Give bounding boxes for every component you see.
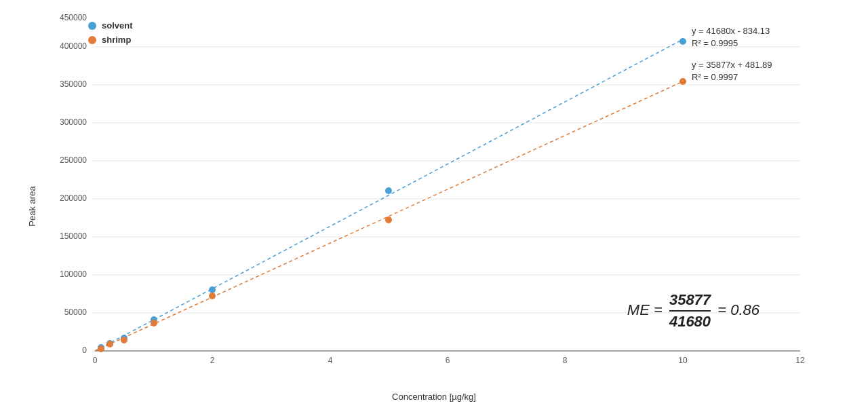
- shrimp-point-4: [151, 320, 157, 326]
- shrimp-dot: [88, 36, 96, 44]
- x-tick-8: 8: [563, 356, 568, 365]
- chart-container: Peak area Concentration [µg/kg] solvent …: [0, 0, 868, 412]
- x-tick-12: 12: [795, 356, 805, 365]
- shrimp-point-5: [209, 293, 216, 299]
- x-tick-6: 6: [446, 356, 450, 365]
- y-tick-150k: 150000: [60, 231, 87, 241]
- me-numerator: 35877: [669, 291, 711, 312]
- y-tick-200k: 200000: [60, 193, 87, 203]
- shrimp-point-7: [679, 78, 686, 85]
- solvent-point-7: [679, 38, 686, 45]
- y-axis-label: Peak area: [27, 186, 37, 226]
- legend-item-solvent: solvent: [88, 20, 133, 31]
- me-fraction: 35877 41680: [669, 291, 711, 331]
- y-tick-450k: 450000: [60, 14, 87, 22]
- shrimp-label: shrimp: [102, 35, 131, 45]
- y-tick-300k: 300000: [60, 117, 87, 127]
- shrimp-equation: y = 35877x + 481.89: [692, 60, 772, 70]
- solvent-point-6: [385, 187, 392, 194]
- shrimp-r2: R² = 0.9997: [692, 72, 738, 82]
- y-tick-400k: 400000: [60, 41, 87, 51]
- y-tick-100k: 100000: [60, 269, 87, 279]
- solvent-r2: R² = 0.9995: [692, 38, 738, 48]
- shrimp-point-2: [106, 341, 113, 348]
- me-label: ME =: [627, 301, 667, 318]
- y-tick-50k: 50000: [64, 307, 87, 317]
- solvent-equation: y = 41680x - 834.13: [692, 26, 770, 36]
- me-formula: ME = 35877 41680 = 0.86: [627, 291, 760, 331]
- solvent-label: solvent: [102, 20, 133, 31]
- solvent-point-5: [209, 286, 216, 293]
- y-tick-350k: 350000: [60, 79, 87, 89]
- x-tick-4: 4: [328, 356, 333, 365]
- x-axis-label: Concentration [µg/kg]: [392, 392, 476, 402]
- shrimp-point-6: [385, 217, 392, 223]
- y-tick-0: 0: [82, 345, 87, 355]
- x-tick-10: 10: [678, 356, 688, 365]
- me-result: = 0.86: [717, 301, 760, 318]
- legend: solvent shrimp: [88, 20, 133, 45]
- shrimp-point-3: [121, 337, 127, 343]
- shrimp-point-1: [98, 345, 104, 352]
- solvent-dot: [88, 22, 96, 30]
- me-denominator: 41680: [669, 312, 711, 331]
- shrimp-trendline: [95, 81, 683, 351]
- x-tick-0: 0: [93, 356, 98, 365]
- y-tick-250k: 250000: [60, 155, 87, 165]
- x-tick-2: 2: [210, 356, 215, 365]
- solvent-trendline: [95, 39, 683, 351]
- legend-item-shrimp: shrimp: [88, 35, 133, 45]
